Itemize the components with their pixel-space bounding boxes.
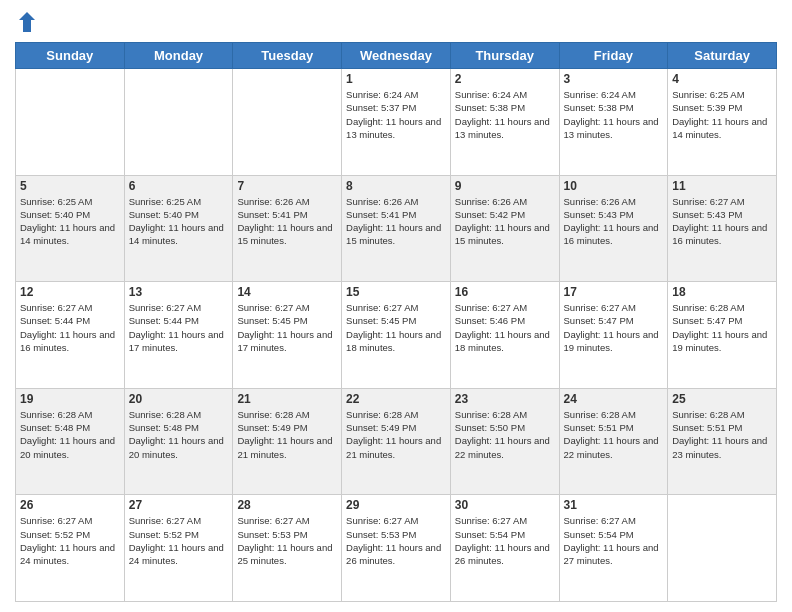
calendar-cell: 28Sunrise: 6:27 AMSunset: 5:53 PMDayligh… [233,495,342,602]
calendar-week-2: 12Sunrise: 6:27 AMSunset: 5:44 PMDayligh… [16,282,777,389]
calendar-cell: 31Sunrise: 6:27 AMSunset: 5:54 PMDayligh… [559,495,668,602]
calendar-cell: 7Sunrise: 6:26 AMSunset: 5:41 PMDaylight… [233,175,342,282]
day-info: Sunrise: 6:27 AMSunset: 5:45 PMDaylight:… [346,301,446,354]
calendar-cell: 8Sunrise: 6:26 AMSunset: 5:41 PMDaylight… [342,175,451,282]
calendar-cell: 1Sunrise: 6:24 AMSunset: 5:37 PMDaylight… [342,69,451,176]
day-info: Sunrise: 6:28 AMSunset: 5:48 PMDaylight:… [129,408,229,461]
day-info: Sunrise: 6:27 AMSunset: 5:52 PMDaylight:… [20,514,120,567]
day-info: Sunrise: 6:26 AMSunset: 5:41 PMDaylight:… [237,195,337,248]
calendar-week-1: 5Sunrise: 6:25 AMSunset: 5:40 PMDaylight… [16,175,777,282]
calendar-cell: 17Sunrise: 6:27 AMSunset: 5:47 PMDayligh… [559,282,668,389]
logo [15,10,37,34]
calendar-cell: 4Sunrise: 6:25 AMSunset: 5:39 PMDaylight… [668,69,777,176]
day-number: 22 [346,392,446,406]
day-number: 20 [129,392,229,406]
day-info: Sunrise: 6:27 AMSunset: 5:54 PMDaylight:… [455,514,555,567]
day-number: 12 [20,285,120,299]
day-info: Sunrise: 6:28 AMSunset: 5:47 PMDaylight:… [672,301,772,354]
day-info: Sunrise: 6:26 AMSunset: 5:43 PMDaylight:… [564,195,664,248]
day-info: Sunrise: 6:26 AMSunset: 5:41 PMDaylight:… [346,195,446,248]
day-number: 30 [455,498,555,512]
day-number: 28 [237,498,337,512]
day-info: Sunrise: 6:27 AMSunset: 5:45 PMDaylight:… [237,301,337,354]
day-info: Sunrise: 6:27 AMSunset: 5:44 PMDaylight:… [20,301,120,354]
day-header-wednesday: Wednesday [342,43,451,69]
calendar-cell [668,495,777,602]
day-info: Sunrise: 6:28 AMSunset: 5:51 PMDaylight:… [564,408,664,461]
calendar-cell: 20Sunrise: 6:28 AMSunset: 5:48 PMDayligh… [124,388,233,495]
calendar-cell: 23Sunrise: 6:28 AMSunset: 5:50 PMDayligh… [450,388,559,495]
day-number: 15 [346,285,446,299]
day-number: 6 [129,179,229,193]
day-info: Sunrise: 6:27 AMSunset: 5:52 PMDaylight:… [129,514,229,567]
day-number: 24 [564,392,664,406]
day-header-monday: Monday [124,43,233,69]
calendar-week-0: 1Sunrise: 6:24 AMSunset: 5:37 PMDaylight… [16,69,777,176]
calendar-cell: 11Sunrise: 6:27 AMSunset: 5:43 PMDayligh… [668,175,777,282]
day-info: Sunrise: 6:27 AMSunset: 5:53 PMDaylight:… [237,514,337,567]
calendar-cell: 13Sunrise: 6:27 AMSunset: 5:44 PMDayligh… [124,282,233,389]
day-info: Sunrise: 6:28 AMSunset: 5:48 PMDaylight:… [20,408,120,461]
calendar-cell: 18Sunrise: 6:28 AMSunset: 5:47 PMDayligh… [668,282,777,389]
calendar-week-3: 19Sunrise: 6:28 AMSunset: 5:48 PMDayligh… [16,388,777,495]
day-number: 26 [20,498,120,512]
day-info: Sunrise: 6:27 AMSunset: 5:53 PMDaylight:… [346,514,446,567]
day-info: Sunrise: 6:28 AMSunset: 5:50 PMDaylight:… [455,408,555,461]
calendar-table: SundayMondayTuesdayWednesdayThursdayFrid… [15,42,777,602]
calendar-cell: 16Sunrise: 6:27 AMSunset: 5:46 PMDayligh… [450,282,559,389]
day-number: 2 [455,72,555,86]
day-number: 17 [564,285,664,299]
day-number: 16 [455,285,555,299]
day-info: Sunrise: 6:25 AMSunset: 5:40 PMDaylight:… [129,195,229,248]
day-header-friday: Friday [559,43,668,69]
day-info: Sunrise: 6:25 AMSunset: 5:40 PMDaylight:… [20,195,120,248]
calendar-cell: 27Sunrise: 6:27 AMSunset: 5:52 PMDayligh… [124,495,233,602]
day-number: 18 [672,285,772,299]
day-info: Sunrise: 6:28 AMSunset: 5:51 PMDaylight:… [672,408,772,461]
day-info: Sunrise: 6:28 AMSunset: 5:49 PMDaylight:… [346,408,446,461]
day-number: 27 [129,498,229,512]
day-info: Sunrise: 6:28 AMSunset: 5:49 PMDaylight:… [237,408,337,461]
calendar-cell: 21Sunrise: 6:28 AMSunset: 5:49 PMDayligh… [233,388,342,495]
calendar-cell: 14Sunrise: 6:27 AMSunset: 5:45 PMDayligh… [233,282,342,389]
calendar-cell: 3Sunrise: 6:24 AMSunset: 5:38 PMDaylight… [559,69,668,176]
calendar-cell: 2Sunrise: 6:24 AMSunset: 5:38 PMDaylight… [450,69,559,176]
day-info: Sunrise: 6:27 AMSunset: 5:44 PMDaylight:… [129,301,229,354]
day-number: 13 [129,285,229,299]
day-number: 5 [20,179,120,193]
day-info: Sunrise: 6:24 AMSunset: 5:37 PMDaylight:… [346,88,446,141]
day-number: 1 [346,72,446,86]
day-number: 21 [237,392,337,406]
header [15,10,777,34]
day-number: 23 [455,392,555,406]
day-number: 11 [672,179,772,193]
calendar-cell: 26Sunrise: 6:27 AMSunset: 5:52 PMDayligh… [16,495,125,602]
day-header-tuesday: Tuesday [233,43,342,69]
day-header-saturday: Saturday [668,43,777,69]
logo-icon [17,10,37,34]
day-number: 25 [672,392,772,406]
svg-marker-0 [19,12,35,32]
day-number: 4 [672,72,772,86]
day-number: 3 [564,72,664,86]
day-number: 14 [237,285,337,299]
page: SundayMondayTuesdayWednesdayThursdayFrid… [0,0,792,612]
day-info: Sunrise: 6:26 AMSunset: 5:42 PMDaylight:… [455,195,555,248]
calendar-header-row: SundayMondayTuesdayWednesdayThursdayFrid… [16,43,777,69]
day-number: 7 [237,179,337,193]
day-info: Sunrise: 6:25 AMSunset: 5:39 PMDaylight:… [672,88,772,141]
day-header-sunday: Sunday [16,43,125,69]
calendar-cell: 25Sunrise: 6:28 AMSunset: 5:51 PMDayligh… [668,388,777,495]
calendar-cell: 30Sunrise: 6:27 AMSunset: 5:54 PMDayligh… [450,495,559,602]
day-number: 29 [346,498,446,512]
day-number: 19 [20,392,120,406]
calendar-cell: 29Sunrise: 6:27 AMSunset: 5:53 PMDayligh… [342,495,451,602]
calendar-cell: 12Sunrise: 6:27 AMSunset: 5:44 PMDayligh… [16,282,125,389]
day-number: 9 [455,179,555,193]
calendar-cell [124,69,233,176]
day-info: Sunrise: 6:27 AMSunset: 5:54 PMDaylight:… [564,514,664,567]
calendar-cell: 10Sunrise: 6:26 AMSunset: 5:43 PMDayligh… [559,175,668,282]
calendar-week-4: 26Sunrise: 6:27 AMSunset: 5:52 PMDayligh… [16,495,777,602]
calendar-cell: 22Sunrise: 6:28 AMSunset: 5:49 PMDayligh… [342,388,451,495]
day-info: Sunrise: 6:27 AMSunset: 5:43 PMDaylight:… [672,195,772,248]
